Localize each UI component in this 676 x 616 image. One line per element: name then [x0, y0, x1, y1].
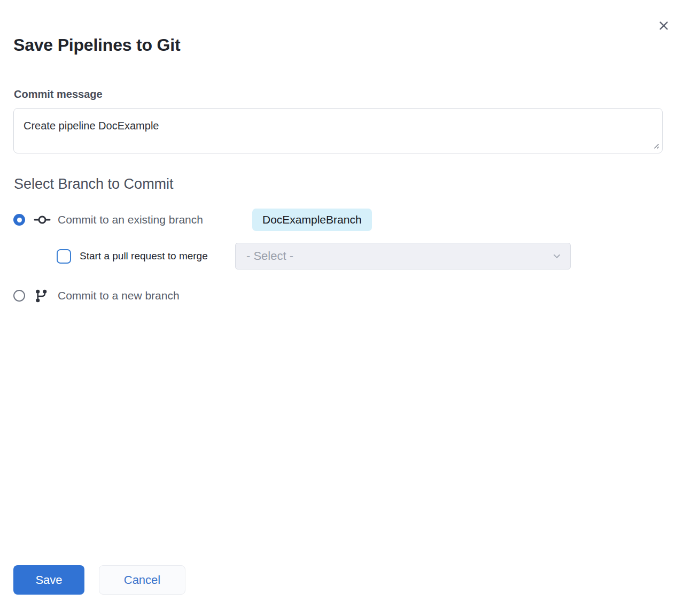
branch-name-badge: DocExampleBranch: [252, 209, 372, 231]
existing-branch-radio[interactable]: [13, 214, 25, 226]
commit-message-label: Commit message: [14, 88, 676, 101]
select-branch-heading: Select Branch to Commit: [14, 175, 676, 193]
existing-branch-option-row: Commit to an existing branch DocExampleB…: [13, 209, 676, 231]
git-commit-icon: [34, 214, 51, 226]
dialog-footer: Save Cancel: [13, 565, 676, 595]
commit-message-field-wrap: Create pipeline DocExample: [13, 108, 663, 153]
new-branch-radio[interactable]: [13, 290, 25, 302]
commit-message-input[interactable]: Create pipeline DocExample: [13, 108, 663, 153]
page-title: Save Pipelines to Git: [13, 34, 676, 56]
new-branch-label: Commit to a new branch: [58, 289, 180, 302]
close-icon[interactable]: [657, 19, 670, 32]
git-branch-icon: [34, 289, 48, 303]
new-branch-option-row: Commit to a new branch: [13, 288, 676, 303]
cancel-button[interactable]: Cancel: [99, 565, 185, 595]
merge-target-select-value: - Select -: [246, 249, 551, 263]
pull-request-row: Start a pull request to merge - Select -: [57, 243, 676, 270]
resize-handle-icon[interactable]: [652, 142, 659, 149]
chevron-down-icon: [551, 250, 563, 262]
merge-target-select[interactable]: - Select -: [235, 243, 571, 270]
pull-request-label: Start a pull request to merge: [80, 250, 235, 262]
save-pipelines-dialog: Save Pipelines to Git Commit message Cre…: [0, 34, 676, 595]
existing-branch-label: Commit to an existing branch: [58, 213, 252, 226]
pull-request-checkbox[interactable]: [57, 249, 71, 264]
save-button[interactable]: Save: [13, 565, 84, 595]
